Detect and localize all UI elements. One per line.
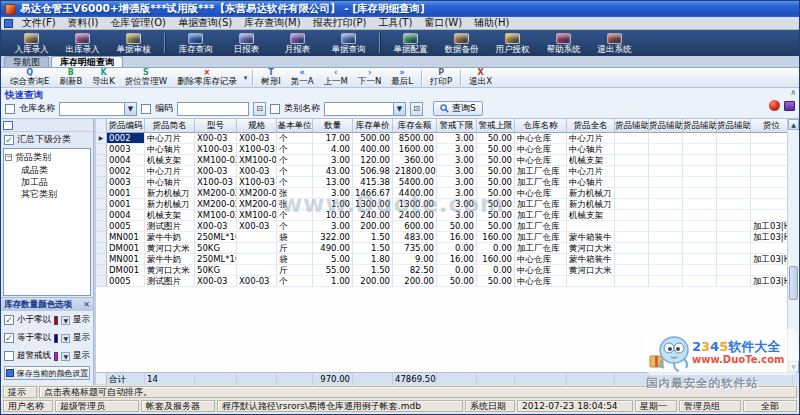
table-row[interactable]: 0001新力机械刀XM200-03XM200-03张3.001466.67440… <box>96 188 799 199</box>
grid-cell[interactable]: 200.00 <box>393 276 437 287</box>
column-header[interactable]: 货品辅助一 <box>615 119 649 133</box>
grid-cell[interactable] <box>717 210 751 221</box>
grid-cell[interactable]: 加工厂仓库 <box>515 166 567 177</box>
menu-item-order-query[interactable]: 单据查询(S) <box>172 16 238 30</box>
grid-cell[interactable]: 个 <box>277 144 313 155</box>
checkbox-below-zero[interactable]: ✓ <box>4 315 14 325</box>
grid-cell[interactable]: 415.38 <box>353 177 393 188</box>
grid-cell[interactable] <box>649 144 683 155</box>
grid-cell[interactable] <box>717 133 751 144</box>
grid-cell[interactable]: 个 <box>277 210 313 221</box>
grid-cell[interactable]: 中心仓库 <box>515 276 567 287</box>
grid-cell[interactable]: 0.00 <box>437 265 477 276</box>
grid-cell[interactable]: 1.50 <box>353 243 393 254</box>
grid-cell[interactable] <box>237 232 277 243</box>
row-selector[interactable]: ▶ <box>96 133 107 144</box>
grid-cell[interactable] <box>615 221 649 232</box>
grid-cell[interactable] <box>717 199 751 210</box>
grid-cell[interactable]: 50.00 <box>477 221 515 232</box>
column-header[interactable]: 规格 <box>237 119 277 133</box>
grid-cell[interactable] <box>683 243 717 254</box>
grid-cell[interactable]: XM100-03 <box>237 155 277 166</box>
grid-cell[interactable]: 个 <box>277 221 313 232</box>
grid-cell[interactable]: X00-03 <box>195 133 237 144</box>
grid-cell[interactable]: 中心刀片 <box>145 133 195 144</box>
grid-cell[interactable]: 机械支架 <box>145 210 195 221</box>
menu-item-help[interactable]: 辅助(H) <box>468 16 515 30</box>
grid-cell[interactable]: 506.98 <box>353 166 393 177</box>
toolbar-button-tree-view[interactable]: T树形I <box>256 68 286 87</box>
toolbar-button-daily-report[interactable]: 日报表 <box>222 31 271 56</box>
grid-cell[interactable] <box>567 221 615 232</box>
warehouse-checkbox[interactable] <box>5 104 15 114</box>
grid-cell[interactable] <box>683 133 717 144</box>
grid-cell[interactable]: 中心仓库 <box>515 133 567 144</box>
grid-cell[interactable]: 50.00 <box>477 188 515 199</box>
grid-cell[interactable] <box>615 232 649 243</box>
column-header[interactable]: 货品简名 <box>145 119 195 133</box>
grid-cell[interactable] <box>683 232 717 243</box>
grid-cell[interactable]: 50.00 <box>477 199 515 210</box>
grid-cell[interactable] <box>683 166 717 177</box>
column-header[interactable]: 库存单价 <box>353 119 393 133</box>
grid-cell[interactable]: 3.00 <box>437 177 477 188</box>
grid-cell[interactable]: 0.00 <box>477 243 515 254</box>
grid-cell[interactable]: 新力机械刀 <box>145 188 195 199</box>
grid-cell[interactable]: 50.00 <box>477 177 515 188</box>
menu-item-file[interactable]: 文件(F) <box>16 16 62 30</box>
row-selector[interactable] <box>96 232 107 243</box>
grid-cell[interactable]: 1.00 <box>313 199 353 210</box>
row-selector[interactable] <box>96 188 107 199</box>
grid-cell[interactable] <box>683 276 717 287</box>
grid-cell[interactable]: 蒙牛牛奶 <box>145 254 195 265</box>
grid-cell[interactable] <box>649 276 683 287</box>
grid-cell[interactable] <box>649 166 683 177</box>
grid-cell[interactable]: 机械支架 <box>567 210 615 221</box>
grid-cell[interactable]: 50.00 <box>477 210 515 221</box>
column-header[interactable]: 仓库名称 <box>515 119 567 133</box>
grid-cell[interactable] <box>717 243 751 254</box>
grid-cell[interactable]: 160.00 <box>477 232 515 243</box>
grid-cell[interactable]: 3.00 <box>437 155 477 166</box>
toolbar-button-data-backup[interactable]: 数据备份 <box>437 31 486 56</box>
grid-cell[interactable] <box>717 177 751 188</box>
grid-cell[interactable]: X00-03 <box>237 221 277 232</box>
toolbar-button-monthly-report[interactable]: 月报表 <box>273 31 322 56</box>
grid-cell[interactable]: 机械支架 <box>145 155 195 166</box>
grid-cell[interactable] <box>615 199 649 210</box>
grid-cell[interactable]: 1.80 <box>353 254 393 265</box>
grid-cell[interactable]: 3.00 <box>437 133 477 144</box>
grid-cell[interactable]: 50.00 <box>477 166 515 177</box>
menu-item-stock-query[interactable]: 库存查询(M) <box>238 16 306 30</box>
category-combobox[interactable]: ▼ <box>324 102 406 116</box>
sphere-icon[interactable] <box>769 100 780 111</box>
toolbar-button-delete-zero-stock[interactable]: ×删除零库存记录 <box>172 68 242 87</box>
grid-cell[interactable]: 蒙牛牛奶 <box>145 232 195 243</box>
grid-cell[interactable]: X00-03 <box>237 276 277 287</box>
grid-cell[interactable] <box>683 221 717 232</box>
row-selector[interactable] <box>96 155 107 166</box>
table-row[interactable]: 0002中心刀片X00-03X00-03个43.00506.9821800.00… <box>96 166 799 177</box>
grid-cell[interactable]: 中心刀片 <box>145 166 195 177</box>
tree-item[interactable]: 成品类 <box>5 164 89 176</box>
grid-cell[interactable]: 0005 <box>107 221 145 232</box>
row-selector[interactable] <box>96 276 107 287</box>
grid-cell[interactable] <box>615 276 649 287</box>
grid-cell[interactable]: 50.00 <box>477 144 515 155</box>
grid-cell[interactable] <box>649 221 683 232</box>
row-selector[interactable] <box>96 221 107 232</box>
grid-cell[interactable]: 3.00 <box>437 144 477 155</box>
grid-cell[interactable]: 中心刀片 <box>567 133 615 144</box>
grid-cell[interactable]: X100-03 <box>237 144 277 155</box>
grid-cell[interactable] <box>615 188 649 199</box>
grid-cell[interactable] <box>649 232 683 243</box>
grid-cell[interactable] <box>683 210 717 221</box>
tab-nav-map[interactable]: 导航图 <box>4 56 49 67</box>
grid-cell[interactable]: 0004 <box>107 210 145 221</box>
summarize-checkbox[interactable]: ✓ <box>4 135 14 145</box>
grid-cell[interactable]: 袋 <box>277 232 313 243</box>
grid-cell[interactable]: XM100-03 <box>195 210 237 221</box>
grid-cell[interactable]: 袋 <box>277 254 313 265</box>
grid-cell[interactable]: 3.00 <box>437 199 477 210</box>
table-row[interactable]: 0001新力机械刀XM200-03XM200-03张1.001300.00130… <box>96 199 799 210</box>
